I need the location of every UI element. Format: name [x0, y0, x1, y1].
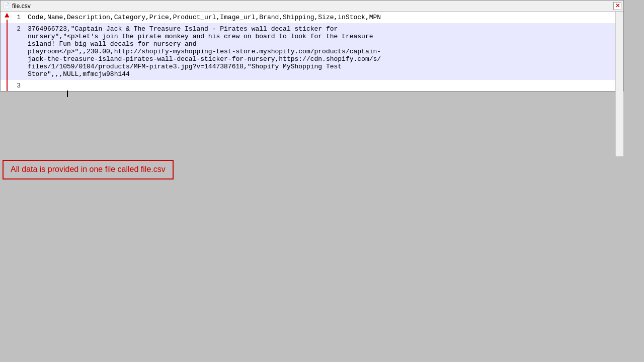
scrollbar-right[interactable] — [615, 12, 623, 156]
editor-window: 📄 file.csv ✕ ▲ 1 Code,Name,Description,C… — [0, 0, 624, 92]
title-bar-text: file.csv — [12, 3, 611, 10]
close-button[interactable]: ✕ — [613, 2, 621, 10]
arrow-indicator: ▲ — [5, 12, 10, 91]
line-row-1: 1 Code,Name,Description,Category,Price,P… — [1, 12, 623, 23]
line-content-2: 3764966723,"Captain Jack & The Treasure … — [25, 23, 623, 80]
file-icon: 📄 — [3, 2, 10, 10]
annotation-box: All data is provided in one file called … — [3, 160, 174, 179]
line-row-3: 3 — [1, 80, 623, 91]
gray-sidebar — [0, 206, 34, 362]
annotation-text: All data is provided in one file called … — [11, 165, 166, 173]
cursor — [67, 90, 68, 97]
editor-content: ▲ 1 Code,Name,Description,Category,Price… — [1, 12, 623, 91]
title-bar: 📄 file.csv ✕ — [1, 1, 623, 12]
line-content-3 — [25, 80, 623, 91]
line-row-2: 2 3764966723,"Captain Jack & The Treasur… — [1, 23, 623, 80]
line-content-1: Code,Name,Description,Category,Price,Pro… — [25, 12, 623, 23]
